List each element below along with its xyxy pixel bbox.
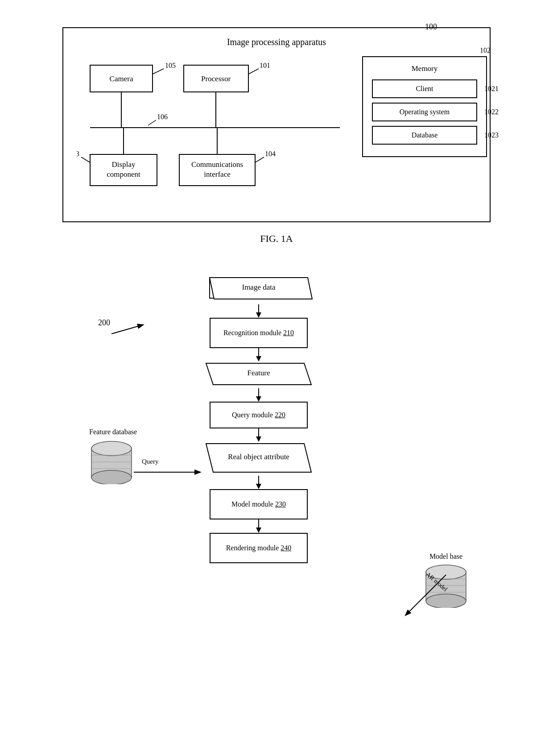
svg-text:Processor: Processor: [201, 75, 231, 83]
os-ref: 1022: [484, 108, 499, 116]
svg-line-9: [148, 120, 156, 125]
svg-text:106: 106: [157, 113, 168, 120]
feature-node: Feature: [201, 361, 317, 388]
rendering-box: Rendering module 240: [210, 533, 308, 563]
rendering-ref: 240: [281, 544, 291, 552]
db-box: Database 1023: [372, 126, 477, 145]
model-module-node: Model module 230: [210, 489, 308, 519]
svg-line-2: [153, 69, 164, 74]
fig1a-connections-svg: Camera 105 Processor 101 106: [77, 56, 353, 208]
memory-title: Memory: [372, 64, 477, 73]
svg-line-25: [111, 325, 143, 334]
rendering-node: Rendering module 240: [210, 533, 308, 563]
image-data-node: Image data: [201, 276, 317, 304]
feature-db-cylinder: [89, 440, 134, 484]
model-module-label: Model module 230: [231, 500, 286, 508]
arrow1: [254, 304, 263, 318]
svg-text:Display: Display: [112, 160, 136, 169]
recognition-node: Recognition module 210: [210, 318, 308, 348]
query-box: Query module 220: [210, 402, 308, 428]
rendering-label: Rendering module 240: [226, 544, 292, 552]
svg-marker-34: [256, 396, 261, 402]
client-label: Client: [416, 85, 433, 92]
svg-line-6: [248, 69, 259, 74]
svg-line-16: [81, 157, 90, 162]
feature-db-group: Feature database: [89, 428, 137, 486]
recognition-label: Recognition module 210: [223, 329, 294, 337]
svg-marker-39: [256, 484, 261, 489]
svg-line-21: [255, 157, 264, 162]
apparatus-title: Image processing apparatus: [77, 37, 476, 47]
model-base-label: Model base: [424, 552, 468, 561]
arrow2: [254, 348, 263, 361]
os-label: Operating system: [400, 108, 450, 116]
model-module-box: Model module 230: [210, 489, 308, 519]
recognition-ref: 210: [283, 329, 294, 336]
svg-point-44: [91, 470, 132, 484]
svg-marker-41: [256, 528, 261, 533]
svg-text:105: 105: [165, 62, 176, 69]
arrow4: [254, 428, 263, 442]
svg-text:104: 104: [265, 150, 276, 158]
feature-db-text: Feature database: [89, 428, 137, 436]
fig1a-caption: FIG. 1A: [260, 233, 293, 245]
fig1b-canvas: 200 Image data: [76, 267, 477, 756]
query-module-node: Query module 220: [210, 402, 308, 428]
flow-column: Image data Recognition module 210: [201, 276, 317, 563]
fig1a-left-section: Camera 105 Processor 101 106: [77, 56, 353, 208]
arrow5: [254, 476, 263, 489]
arrow6: [254, 519, 263, 533]
ref200-arrow: [98, 320, 152, 347]
db-ref: 1023: [484, 131, 499, 139]
memory-ref-102: 102: [480, 46, 491, 54]
svg-text:103: 103: [77, 150, 79, 158]
query-text: Query: [142, 458, 159, 465]
model-module-ref: 230: [275, 500, 286, 508]
svg-marker-31: [256, 356, 261, 361]
fig1a-inner-layout: Camera 105 Processor 101 106: [77, 56, 476, 208]
os-box: Operating system 1022: [372, 103, 477, 121]
fig1b-diagram: 200 Image data: [27, 267, 526, 756]
feature-label: Feature: [201, 361, 317, 385]
db-label: Database: [412, 131, 438, 139]
ar-model-arrow: [392, 570, 455, 624]
svg-text:component: component: [107, 170, 140, 179]
arrow3: [254, 388, 263, 402]
svg-text:Communications: Communications: [191, 160, 243, 169]
feature-db-label: Feature database: [89, 428, 137, 437]
svg-text:Camera: Camera: [110, 75, 133, 83]
memory-box: 102 Memory Client 1021 Operating system …: [362, 56, 487, 157]
real-object-node: Real object attribute: [201, 442, 317, 476]
svg-point-43: [91, 441, 132, 456]
query-module-label: Query module 220: [232, 411, 285, 419]
fig1a-diagram: 100 Image processing apparatus Camera 10…: [27, 22, 526, 245]
query-arrow: [134, 467, 205, 478]
recognition-box: Recognition module 210: [210, 318, 308, 348]
real-object-label: Real object attribute: [201, 442, 317, 472]
svg-text:101: 101: [260, 62, 270, 69]
image-data-label: Image data: [201, 276, 317, 299]
svg-marker-36: [256, 436, 261, 442]
svg-marker-29: [256, 312, 261, 318]
client-ref: 1021: [484, 85, 499, 93]
outer-apparatus-box: Image processing apparatus Camera 105 Pr…: [62, 27, 491, 222]
svg-text:interface: interface: [204, 170, 230, 179]
query-module-ref: 220: [275, 411, 285, 419]
client-box: Client 1021: [372, 79, 477, 98]
